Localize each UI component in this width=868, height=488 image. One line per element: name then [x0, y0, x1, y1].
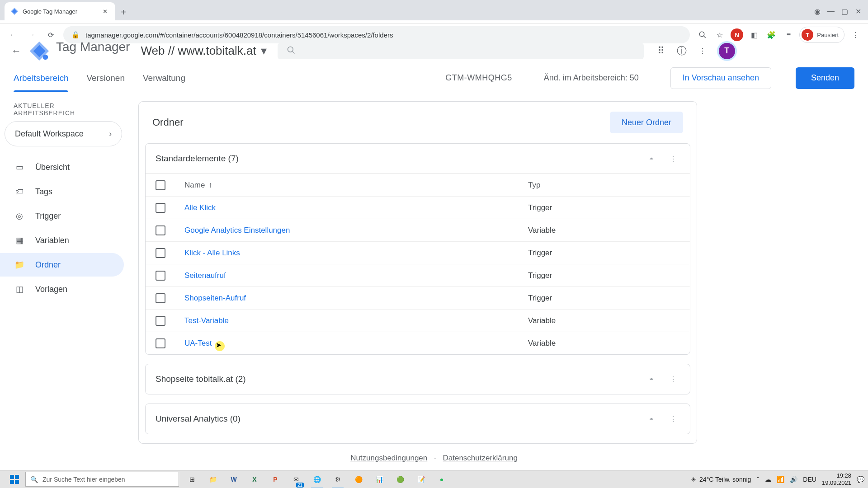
table-row[interactable]: Alle KlickTrigger [146, 196, 690, 219]
powerpoint-icon[interactable]: P [266, 470, 285, 488]
spotify-icon[interactable]: ● [432, 470, 451, 488]
row-checkbox[interactable] [156, 338, 165, 348]
row-name[interactable]: Shopseiten-Aufruf [184, 294, 528, 303]
new-folder-button[interactable]: Neuer Ordner [610, 112, 683, 133]
notifications-icon[interactable]: ⋮ [696, 45, 709, 57]
minimize-icon[interactable]: — [825, 5, 837, 18]
chevron-right-icon: › [109, 129, 112, 139]
kebab-icon[interactable]: ⋮ [666, 152, 680, 165]
row-checkbox[interactable] [156, 316, 165, 326]
collapse-icon[interactable] [645, 152, 658, 165]
start-button[interactable] [4, 470, 25, 488]
row-checkbox[interactable] [156, 271, 165, 281]
volume-icon[interactable]: 🔊 [790, 476, 797, 483]
close-window-icon[interactable]: ✕ [852, 5, 864, 18]
network-icon[interactable]: 📶 [777, 476, 784, 483]
maximize-icon[interactable]: ▢ [838, 5, 851, 18]
tab-versions[interactable]: Versionen [86, 64, 125, 92]
table-row[interactable]: Google Analytics EinstellungenVariable [146, 219, 690, 241]
table-row[interactable]: UA-TestVariable [146, 332, 690, 354]
excel-icon[interactable]: X [245, 470, 264, 488]
language-icon[interactable]: DEU [803, 476, 816, 483]
row-name[interactable]: Google Analytics Einstellungen [184, 226, 528, 235]
sidebar-item-overview[interactable]: ▭ Übersicht [0, 155, 124, 179]
kebab-icon[interactable]: ⋮ [849, 28, 862, 41]
sidebar-item-templates[interactable]: ◫ Vorlagen [0, 277, 124, 301]
mail-icon[interactable]: ✉21 [287, 470, 306, 488]
table-row[interactable]: Klick - Alle LinksTrigger [146, 241, 690, 264]
sidebar-item-folders[interactable]: 📁 Ordner [0, 253, 124, 277]
tab-close-icon[interactable]: ✕ [101, 7, 109, 15]
edge-icon[interactable]: 🟢 [391, 470, 410, 488]
sidebar-item-tags[interactable]: 🏷 Tags [0, 180, 124, 203]
row-name[interactable]: Seitenaufruf [184, 271, 528, 280]
person-icon[interactable]: ◉ [811, 5, 824, 18]
table-row[interactable]: Shopseiten-AufrufTrigger [146, 286, 690, 309]
terms-link[interactable]: Nutzungsbedingungen [350, 454, 427, 462]
apps-icon[interactable]: ⠿ [655, 45, 667, 57]
folder-header[interactable]: Standardelemente (7) ⋮ [146, 144, 690, 174]
table-row[interactable]: Test-VariableVariable [146, 309, 690, 332]
chrome-icon[interactable]: 🌐 [307, 470, 326, 488]
url-input[interactable]: 🔒 tagmanager.google.com/#/container/acco… [63, 26, 690, 43]
row-name[interactable]: Test-Variable [184, 316, 528, 325]
row-checkbox[interactable] [156, 225, 165, 235]
workspace-changes[interactable]: Änd. im Arbeitsbereich: 50 [544, 73, 639, 83]
row-checkbox[interactable] [156, 203, 165, 213]
onedrive-icon[interactable]: ☁ [765, 476, 771, 483]
reload-icon[interactable]: ⟳ [44, 28, 57, 41]
star-icon[interactable]: ☆ [713, 28, 726, 41]
user-chip[interactable]: T Pausiert [799, 27, 844, 43]
back-arrow-icon[interactable]: ← [10, 45, 23, 57]
obs-icon[interactable]: ⚙ [328, 470, 347, 488]
notepad-icon[interactable]: 📝 [411, 470, 430, 488]
column-type[interactable]: Typ [528, 181, 540, 190]
kebab-icon[interactable]: ⋮ [666, 372, 680, 386]
workspace-selector[interactable]: Default Workspace › [5, 121, 122, 146]
sidebar-item-trigger[interactable]: ◎ Trigger [0, 204, 124, 228]
search-icon[interactable] [696, 28, 709, 41]
reading-list-icon[interactable]: ≡ [782, 28, 795, 41]
notifications-icon[interactable]: 💬 [857, 476, 864, 483]
sidebar-item-variables[interactable]: ▦ Variablen [0, 229, 124, 252]
tab-workspace[interactable]: Arbeitsbereich [14, 64, 68, 92]
container-selector[interactable]: Web // www.tobitalk.at ▾ [141, 44, 266, 58]
row-name[interactable]: UA-Test [184, 339, 528, 348]
column-name[interactable]: Name ↑ [184, 181, 528, 190]
puzzle-icon[interactable]: 🧩 [765, 28, 778, 41]
kebab-icon[interactable]: ⋮ [666, 412, 680, 426]
row-checkbox[interactable] [156, 293, 165, 303]
weather-widget[interactable]: ☀ 24°C Teilw. sonnig [691, 476, 751, 483]
expand-icon[interactable] [645, 412, 658, 426]
clock[interactable]: 19:28 19.09.2021 [822, 472, 851, 486]
folder-header[interactable]: Shopseite tobitalk.at (2) ⋮ [146, 364, 690, 394]
select-all-checkbox[interactable] [156, 180, 165, 190]
send-button[interactable]: Senden [796, 67, 854, 89]
back-icon[interactable]: ← [6, 28, 19, 41]
expand-icon[interactable] [645, 372, 658, 386]
app-icon[interactable]: 📊 [370, 470, 389, 488]
browser-tab[interactable]: Google Tag Manager ✕ [5, 2, 115, 20]
extension-badge[interactable]: N [731, 28, 743, 41]
tray-chevron-icon[interactable]: ˄ [756, 476, 760, 483]
privacy-link[interactable]: Datenschutzerklärung [443, 454, 517, 462]
tab-admin[interactable]: Verwaltung [143, 64, 185, 92]
account-avatar[interactable]: T [717, 41, 737, 61]
workspace-search[interactable] [278, 43, 644, 59]
row-name[interactable]: Klick - Alle Links [184, 249, 528, 258]
brand[interactable]: ← Tag Manager [10, 41, 130, 61]
extension-icon[interactable]: ◧ [748, 28, 760, 41]
preview-button[interactable]: In Vorschau ansehen [670, 67, 771, 89]
gtm-id[interactable]: GTM-WMHQHG5 [445, 73, 512, 83]
folder-header[interactable]: Universal Analytics (0) ⋮ [146, 404, 690, 434]
row-name[interactable]: Alle Klick [184, 203, 528, 212]
new-tab-button[interactable]: + [115, 4, 132, 20]
table-row[interactable]: SeitenaufrufTrigger [146, 264, 690, 286]
word-icon[interactable]: W [224, 470, 243, 488]
app-icon[interactable]: 🟠 [349, 470, 368, 488]
taskbar-search[interactable]: 🔍 Zur Suche Text hier eingeben [25, 472, 179, 487]
help-icon[interactable]: ⓘ [675, 45, 688, 57]
row-checkbox[interactable] [156, 248, 165, 258]
explorer-icon[interactable]: 📁 [203, 470, 222, 488]
taskview-icon[interactable]: ⊞ [183, 470, 202, 488]
